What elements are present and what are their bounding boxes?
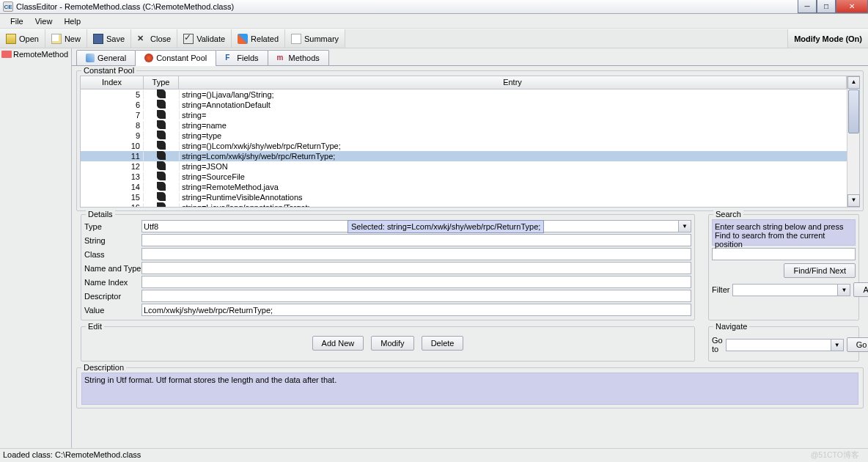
filter-label: Filter bbox=[712, 285, 729, 294]
filter-combo[interactable] bbox=[732, 284, 838, 296]
cell-entry: string=()Lcom/xwkj/shy/web/rpc/ReturnTyp… bbox=[179, 142, 847, 150]
cell-entry: string=Ljava/lang/annotation/Target; bbox=[179, 203, 847, 207]
cell-entry: string=type bbox=[179, 131, 847, 140]
fields-icon: F bbox=[225, 54, 234, 62]
table-row[interactable]: 12string=JSON bbox=[81, 161, 847, 172]
modify-button[interactable]: Modify bbox=[371, 336, 413, 351]
apply-button[interactable]: Apply bbox=[853, 282, 868, 297]
cell-entry: string=()Ljava/lang/String; bbox=[179, 90, 847, 99]
summary-icon bbox=[291, 34, 301, 44]
delete-button[interactable]: Delete bbox=[422, 336, 464, 351]
description-title: Description bbox=[81, 363, 126, 372]
scroll-down-icon[interactable]: ▼ bbox=[847, 194, 860, 207]
maximize-button[interactable]: □ bbox=[817, 0, 836, 13]
chevron-down-icon[interactable]: ▼ bbox=[831, 339, 844, 351]
general-icon bbox=[86, 54, 95, 62]
open-icon bbox=[6, 34, 16, 44]
table-scrollbar[interactable]: ▲ ▼ bbox=[847, 76, 859, 207]
tab-general[interactable]: General bbox=[76, 50, 136, 65]
minimize-button[interactable]: ─ bbox=[798, 0, 817, 13]
cell-type bbox=[144, 151, 179, 161]
search-input[interactable] bbox=[712, 248, 856, 260]
details-title: Details bbox=[86, 210, 115, 219]
table-row[interactable]: 9string=type bbox=[81, 131, 847, 141]
menu-view[interactable]: View bbox=[29, 15, 59, 27]
tab-methods[interactable]: mMethods bbox=[268, 50, 329, 65]
cell-type bbox=[144, 182, 179, 192]
cell-type bbox=[144, 110, 179, 120]
save-button[interactable]: Save bbox=[87, 29, 131, 48]
modify-mode-toggle[interactable]: Modify Mode (On) bbox=[787, 29, 868, 48]
scroll-up-icon[interactable]: ▲ bbox=[847, 76, 860, 89]
col-type[interactable]: Type bbox=[144, 76, 179, 89]
cell-type bbox=[144, 161, 179, 172]
cell-index: 12 bbox=[81, 162, 144, 171]
app-icon: CE bbox=[3, 1, 13, 12]
table-row[interactable]: 11string=Lcom/xwkj/shy/web/rpc/ReturnTyp… bbox=[81, 151, 847, 161]
cell-type bbox=[144, 192, 179, 202]
table-row[interactable]: 13string=SourceFile bbox=[81, 172, 847, 182]
open-button[interactable]: Open bbox=[0, 29, 45, 48]
tab-fields[interactable]: FFields bbox=[216, 50, 268, 65]
cell-index: 5 bbox=[81, 90, 144, 99]
goto-label: Go to bbox=[712, 336, 723, 353]
validate-button[interactable]: Validate bbox=[177, 29, 232, 48]
details-class-field[interactable] bbox=[141, 248, 691, 260]
string-type-icon bbox=[157, 131, 166, 139]
constant-pool-title: Constant Pool bbox=[81, 66, 136, 75]
details-string-field[interactable] bbox=[141, 234, 691, 246]
cell-entry: string=SourceFile bbox=[179, 172, 847, 181]
close-button[interactable]: ✕ bbox=[836, 0, 868, 13]
cell-type bbox=[144, 89, 179, 100]
scroll-thumb[interactable] bbox=[848, 89, 859, 133]
table-row[interactable]: 6string=AnnotationDefault bbox=[81, 100, 847, 110]
table-row[interactable]: 8string=name bbox=[81, 120, 847, 131]
related-button[interactable]: Related bbox=[232, 29, 285, 48]
cell-type bbox=[144, 131, 179, 141]
new-icon bbox=[51, 34, 62, 44]
label-name-and-type: Name and Type bbox=[84, 264, 141, 273]
label-value: Value bbox=[84, 306, 141, 315]
new-button[interactable]: New bbox=[45, 29, 87, 48]
col-entry[interactable]: Entry bbox=[179, 76, 847, 89]
go-button[interactable]: Go bbox=[847, 337, 868, 352]
details-name-index-field[interactable] bbox=[141, 276, 691, 288]
summary-button[interactable]: Summary bbox=[285, 29, 345, 48]
table-row[interactable]: 15string=RuntimeVisibleAnnotations bbox=[81, 192, 847, 202]
details-nat-field[interactable] bbox=[141, 262, 691, 274]
cell-type bbox=[144, 141, 179, 151]
close-toolbar-button[interactable]: ✕Close bbox=[131, 29, 177, 48]
cell-index: 10 bbox=[81, 142, 144, 150]
selection-tooltip: Selected: string=Lcom/xwkj/shy/web/rpc/R… bbox=[347, 220, 544, 233]
table-row[interactable]: 14string=RemoteMethod.java bbox=[81, 182, 847, 192]
cell-type bbox=[144, 202, 179, 207]
tab-constant-pool[interactable]: Constant Pool bbox=[135, 50, 216, 66]
chevron-down-icon[interactable]: ▼ bbox=[679, 220, 691, 232]
table-row[interactable]: 16string=Ljava/lang/annotation/Target; bbox=[81, 202, 847, 207]
chevron-down-icon[interactable]: ▼ bbox=[838, 284, 850, 296]
table-row[interactable]: 10string=()Lcom/xwkj/shy/web/rpc/ReturnT… bbox=[81, 141, 847, 151]
table-row[interactable]: 7string= bbox=[81, 110, 847, 120]
related-icon bbox=[238, 34, 248, 44]
tree-root-item[interactable]: RemoteMethod bbox=[1, 50, 70, 59]
label-name-index: Name Index bbox=[84, 278, 141, 287]
menubar: File View Help bbox=[0, 14, 868, 29]
cell-entry: string=AnnotationDefault bbox=[179, 100, 847, 109]
close-icon: ✕ bbox=[137, 34, 147, 44]
string-type-icon bbox=[157, 172, 166, 180]
class-tree: RemoteMethod bbox=[0, 48, 72, 448]
find-button[interactable]: Find/Find Next bbox=[784, 263, 856, 278]
menu-file[interactable]: File bbox=[4, 15, 29, 27]
menu-help[interactable]: Help bbox=[58, 15, 87, 27]
details-descriptor-field[interactable] bbox=[141, 290, 691, 302]
details-value-field[interactable]: Lcom/xwkj/shy/web/rpc/ReturnType; bbox=[141, 304, 691, 316]
table-row[interactable]: 5string=()Ljava/lang/String; bbox=[81, 89, 847, 100]
status-loaded: Loaded class: C:\RemoteMethod.class bbox=[3, 450, 141, 459]
search-title: Search bbox=[713, 210, 743, 219]
add-new-button[interactable]: Add New bbox=[312, 336, 364, 351]
cell-index: 7 bbox=[81, 111, 144, 120]
goto-combo[interactable] bbox=[726, 339, 831, 351]
label-descriptor: Descriptor bbox=[84, 292, 141, 301]
label-class: Class bbox=[84, 250, 141, 259]
col-index[interactable]: Index bbox=[81, 76, 144, 89]
